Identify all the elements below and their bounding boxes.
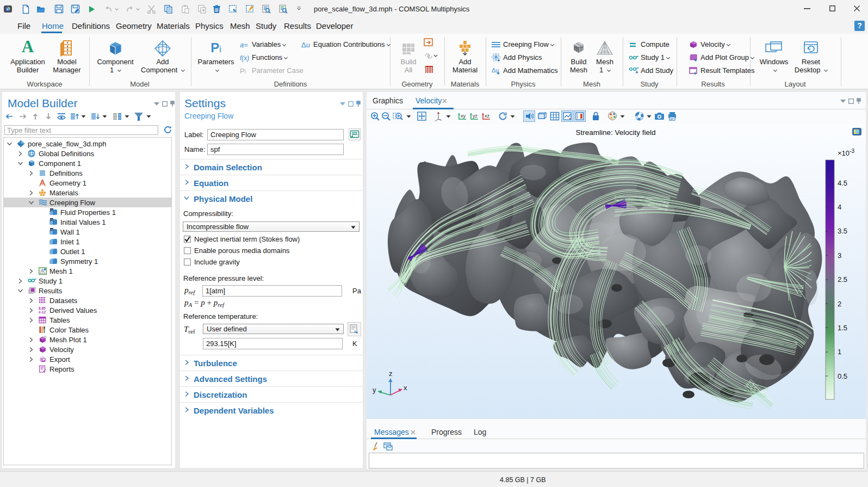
svg-text:3.5: 3.5: [838, 227, 847, 235]
svg-text:8.85: 8.85: [39, 306, 46, 310]
svg-text:Streamline: Velocity field: Streamline: Velocity field: [575, 128, 655, 137]
svg-text:z: z: [389, 369, 393, 378]
svg-text:xz: xz: [485, 113, 490, 119]
svg-text:e-12: e-12: [39, 310, 46, 314]
svg-text:1.5: 1.5: [838, 324, 847, 332]
svg-text:yz: yz: [473, 113, 478, 119]
svg-text:y: y: [373, 386, 376, 394]
svg-text:2: 2: [838, 300, 841, 308]
svg-text:xy: xy: [461, 113, 466, 119]
svg-text:2.5: 2.5: [838, 275, 847, 283]
svg-text:4: 4: [838, 203, 841, 211]
svg-text:4.5: 4.5: [838, 179, 847, 187]
svg-text:D: D: [51, 209, 53, 212]
svg-text:3: 3: [838, 251, 841, 260]
svg-text:D: D: [51, 219, 53, 222]
svg-text:x: x: [404, 384, 407, 392]
svg-text:0.5: 0.5: [838, 372, 847, 380]
svg-text:1: 1: [838, 348, 841, 356]
svg-text:D: D: [51, 229, 53, 232]
